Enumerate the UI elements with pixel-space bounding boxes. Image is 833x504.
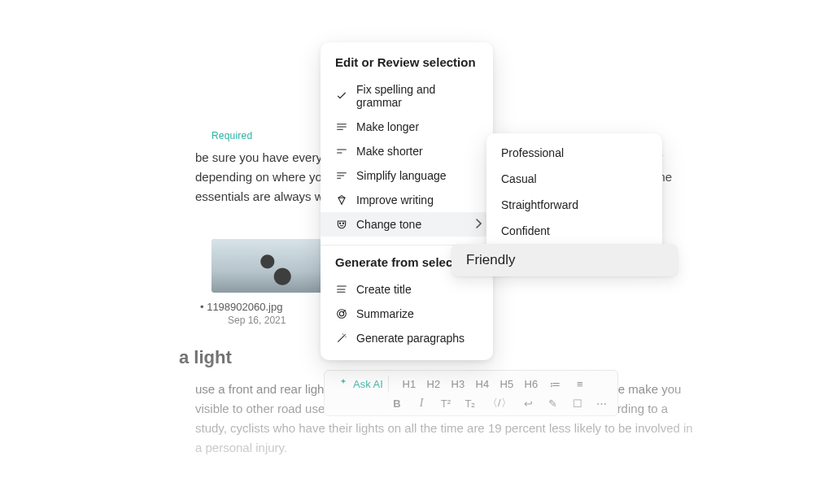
popover-edit-heading: Edit or Review selection xyxy=(321,54,493,77)
menu-item-label: Change tone xyxy=(356,218,421,231)
tone-option-professional[interactable]: Professional xyxy=(486,140,662,166)
toolbar-h3[interactable]: H3 xyxy=(451,378,465,390)
tone-option-confident[interactable]: Confident xyxy=(486,218,662,244)
toolbar-undo[interactable]: ↩ xyxy=(521,398,536,410)
toolbar-h1[interactable]: H1 xyxy=(402,378,416,390)
menu-item-label: Make shorter xyxy=(356,145,423,158)
menu-item-label: Improve writing xyxy=(356,193,434,206)
ai-actions-popover: Edit or Review selection Fix spelling an… xyxy=(321,42,493,360)
ask-ai-label: Ask AI xyxy=(353,378,383,390)
toolbar-edit[interactable]: ✎ xyxy=(546,398,560,410)
toolbar-more[interactable]: ⋯ xyxy=(595,398,609,410)
sparkle-icon xyxy=(338,377,349,391)
menu-item-label: Fix spelling and grammar xyxy=(356,83,478,109)
menu-item-improve-writing[interactable]: Improve writing xyxy=(321,188,493,212)
menu-item-make-shorter[interactable]: Make shorter xyxy=(321,139,493,163)
menu-item-create-title[interactable]: Create title xyxy=(321,277,493,302)
ask-ai-button[interactable]: Ask AI xyxy=(333,376,389,393)
menu-item-label: Simplify language xyxy=(356,169,447,182)
check-icon xyxy=(335,89,348,102)
tone-submenu: Professional Casual Straightforward Conf… xyxy=(486,133,662,250)
target-icon xyxy=(335,307,348,320)
toolbar-h4[interactable]: H4 xyxy=(475,378,490,390)
diamond-icon xyxy=(335,193,348,206)
tone-friendly-label: Friendly xyxy=(466,252,515,267)
title-icon xyxy=(335,283,348,296)
menu-item-label: Generate paragraphs xyxy=(356,332,464,345)
toolbar-list-unordered[interactable]: ≡ xyxy=(573,378,587,390)
menu-item-label: Summarize xyxy=(356,307,414,320)
menu-item-fix-spelling[interactable]: Fix spelling and grammar xyxy=(321,77,493,115)
menu-item-change-tone[interactable]: Change tone xyxy=(321,212,493,237)
toolbar-italic[interactable]: I xyxy=(414,397,429,410)
menu-item-make-longer[interactable]: Make longer xyxy=(321,115,493,139)
lines-simplify-icon xyxy=(335,169,348,182)
menu-item-summarize[interactable]: Summarize xyxy=(321,302,493,326)
toolbar-comment[interactable]: ☐ xyxy=(570,398,585,410)
wand-icon xyxy=(335,332,348,345)
mask-icon xyxy=(335,218,348,231)
toolbar-h2[interactable]: H2 xyxy=(426,378,441,390)
lines-long-icon xyxy=(335,120,348,133)
tone-option-friendly[interactable]: Friendly xyxy=(451,244,678,276)
toolbar-h6[interactable]: H6 xyxy=(524,378,539,390)
svg-point-9 xyxy=(342,223,343,224)
menu-item-label: Make longer xyxy=(356,120,419,133)
menu-item-label: Create title xyxy=(356,283,412,296)
toolbar-subscript[interactable]: T₂ xyxy=(463,398,478,410)
tone-option-casual[interactable]: Casual xyxy=(486,166,662,192)
svg-point-8 xyxy=(339,223,340,224)
toolbar-superscript[interactable]: T² xyxy=(438,398,453,410)
chevron-right-icon xyxy=(475,218,482,231)
tone-option-straightforward[interactable]: Straightforward xyxy=(486,192,662,218)
image-date: Sep 16, 2021 xyxy=(228,315,776,326)
toolbar-list-ordered[interactable]: ≔ xyxy=(548,378,563,390)
menu-item-generate-paragraphs[interactable]: Generate paragraphs xyxy=(321,326,493,350)
rich-text-toolbar: Ask AI H1 H2 H3 H4 H5 H6 ≔ ≡ B I T² T₂ 〈… xyxy=(324,370,618,416)
menu-item-simplify[interactable]: Simplify language xyxy=(321,163,493,188)
toolbar-h5[interactable]: H5 xyxy=(499,378,514,390)
toolbar-bold[interactable]: B xyxy=(390,398,404,410)
lines-short-icon xyxy=(335,145,348,158)
toolbar-code[interactable]: 〈/〉 xyxy=(487,396,512,411)
